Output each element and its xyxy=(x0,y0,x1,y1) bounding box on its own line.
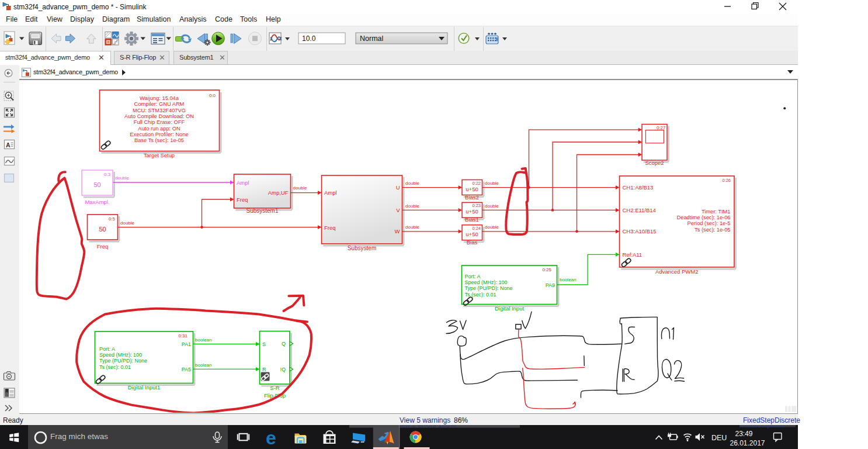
svg-text:Execution Profiler: None: Execution Profiler: None xyxy=(130,132,188,137)
svg-text:Period (sec): 1e-5: Period (sec): 1e-5 xyxy=(688,220,731,226)
svg-text:PA1: PA1 xyxy=(182,341,191,347)
svg-text:0:25: 0:25 xyxy=(542,267,551,272)
svg-text:Scope2: Scope2 xyxy=(645,160,664,166)
svg-text:Subsystem1: Subsystem1 xyxy=(246,208,278,214)
svg-text:Ampl: Ampl xyxy=(237,179,249,186)
svg-text:!Q: !Q xyxy=(280,367,286,372)
svg-text:0:3: 0:3 xyxy=(104,172,111,177)
svg-text:Type (PU/PD): None: Type (PU/PD): None xyxy=(465,285,513,291)
svg-text:boolean: boolean xyxy=(560,277,576,282)
svg-text:double: double xyxy=(485,203,499,209)
svg-text:Ts (sec): 0.01: Ts (sec): 0.01 xyxy=(465,292,497,298)
svg-text:PA5: PA5 xyxy=(182,367,191,372)
svg-text:u+50: u+50 xyxy=(466,231,478,237)
svg-text:double: double xyxy=(115,175,130,181)
svg-text:0:26: 0:26 xyxy=(722,178,731,183)
svg-text:A: A xyxy=(6,141,11,148)
svg-text:Auto Compile Download: ON: Auto Compile Download: ON xyxy=(124,113,194,119)
svg-text:Digital Input1: Digital Input1 xyxy=(128,384,160,391)
svg-text:double: double xyxy=(405,224,420,230)
svg-text:S: S xyxy=(262,341,266,347)
svg-text:double: double xyxy=(485,224,499,230)
svg-text:Digital Input: Digital Input xyxy=(495,305,525,312)
svg-text:CH1:A8/B13: CH1:A8/B13 xyxy=(623,184,654,191)
svg-text:Waijung: 15.04a: Waijung: 15.04a xyxy=(140,95,179,101)
svg-text:0:0: 0:0 xyxy=(209,93,216,98)
svg-text:Ts (sec): 0.01: Ts (sec): 0.01 xyxy=(99,364,131,370)
svg-text:0:22: 0:22 xyxy=(472,181,481,186)
svg-text:Port: A: Port: A xyxy=(99,346,115,352)
svg-text:FixedStepAuto: FixedStepAuto xyxy=(742,425,784,429)
svg-text:Bias2: Bias2 xyxy=(465,194,479,201)
svg-text:Base Ts (sec): 1e-05: Base Ts (sec): 1e-05 xyxy=(134,137,184,143)
svg-text:Ts (sec): 1e-05: Ts (sec): 1e-05 xyxy=(695,227,730,233)
svg-text:Ref:A11: Ref:A11 xyxy=(623,251,643,258)
svg-text:e: e xyxy=(266,427,276,448)
svg-text:0:27: 0:27 xyxy=(657,125,666,130)
svg-text:double: double xyxy=(405,203,420,209)
svg-text:CH3:A10/B15: CH3:A10/B15 xyxy=(623,228,657,234)
svg-text:Full Chip Erase: OFF: Full Chip Erase: OFF xyxy=(134,119,185,125)
svg-text:Subsystem: Subsystem xyxy=(348,245,376,251)
svg-text:double: double xyxy=(293,185,308,191)
svg-text:0:31: 0:31 xyxy=(178,333,188,339)
svg-text:Target Setup: Target Setup xyxy=(144,152,175,158)
svg-text:26.01.2017: 26.01.2017 xyxy=(730,439,765,447)
svg-text:Ampl: Ampl xyxy=(324,189,337,196)
svg-text:Port: A: Port: A xyxy=(465,274,481,279)
svg-text:0:23: 0:23 xyxy=(472,203,481,208)
svg-text:u+50: u+50 xyxy=(466,186,478,192)
svg-text:Bias1: Bias1 xyxy=(465,216,479,223)
svg-text:Compiler: GNU ARM: Compiler: GNU ARM xyxy=(134,101,185,107)
svg-text:10.0: 10.0 xyxy=(302,34,316,43)
svg-text:CH2:E11/B14: CH2:E11/B14 xyxy=(623,207,656,213)
svg-text:Auto run app: ON: Auto run app: ON xyxy=(138,126,180,132)
svg-text:50: 50 xyxy=(93,181,100,188)
svg-text:Normal: Normal xyxy=(360,34,383,43)
svg-text:Freq: Freq xyxy=(237,196,248,203)
svg-text:0:5: 0:5 xyxy=(109,216,116,222)
svg-text:0:24: 0:24 xyxy=(472,226,481,231)
svg-text:Deadtime (sec): 1e-06: Deadtime (sec): 1e-06 xyxy=(677,215,731,220)
svg-text:W: W xyxy=(395,228,400,234)
svg-text:double: double xyxy=(485,181,499,186)
svg-text:R: R xyxy=(262,367,266,372)
svg-text:View 2 errors 105%: View 2 errors 105% xyxy=(395,425,456,429)
svg-text:double: double xyxy=(120,220,135,226)
svg-text:MCU: STM32F407VG: MCU: STM32F407VG xyxy=(133,108,186,113)
svg-text:boolean: boolean xyxy=(195,337,211,343)
svg-text:U: U xyxy=(396,184,400,191)
svg-text:u+50: u+50 xyxy=(466,208,478,215)
svg-text:Timer: TIM1: Timer: TIM1 xyxy=(702,209,731,215)
svg-text:MaxAmpl.: MaxAmpl. xyxy=(85,199,109,205)
svg-text:double: double xyxy=(405,181,420,186)
svg-text:Q: Q xyxy=(282,341,286,347)
svg-text:Speed (MHz): 100: Speed (MHz): 100 xyxy=(99,352,142,358)
svg-text:Freq: Freq xyxy=(324,224,336,231)
svg-text:Speed (MHz): 100: Speed (MHz): 100 xyxy=(465,279,508,285)
svg-text:PA9: PA9 xyxy=(546,282,555,288)
svg-text:Type (PU/PD): None: Type (PU/PD): None xyxy=(99,358,147,364)
svg-text:Bias: Bias xyxy=(467,239,478,246)
svg-text:Advanced PWM2: Advanced PWM2 xyxy=(655,268,698,275)
svg-text:V: V xyxy=(396,207,400,213)
svg-text:23:49: 23:49 xyxy=(735,430,752,438)
svg-text:boolean: boolean xyxy=(195,362,211,368)
svg-text:DEU: DEU xyxy=(711,434,727,442)
svg-text:50: 50 xyxy=(99,226,106,233)
svg-text:Freq: Freq xyxy=(97,243,109,250)
svg-text:Amp,UF: Amp,UF xyxy=(268,189,289,196)
svg-text:S-R: S-R xyxy=(270,385,280,391)
